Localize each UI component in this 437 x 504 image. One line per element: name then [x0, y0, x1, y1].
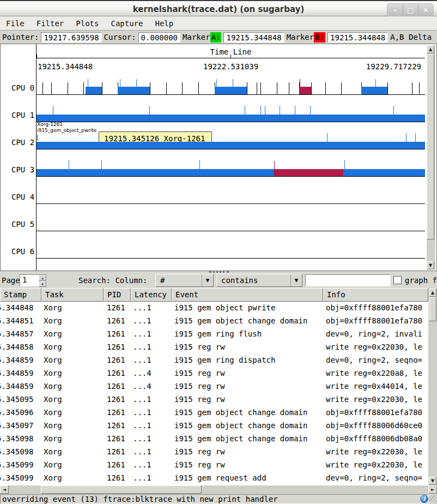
- table-row[interactable]: 5.344858Xorg1261...1i915_reg_rwwrite reg…: [0, 341, 428, 354]
- event-tick: [150, 82, 150, 94]
- cell-event: i915_reg_rw: [174, 343, 225, 351]
- table-row[interactable]: 5.345098Xorg1261...1i915_reg_rwwrite reg…: [0, 446, 428, 459]
- cell-event: i915_reg_rw: [174, 447, 225, 456]
- menu-item-plots[interactable]: Plots: [70, 17, 105, 29]
- column-header-stamp[interactable]: Stamp: [0, 288, 41, 302]
- maximize-button[interactable]: □: [403, 4, 418, 16]
- cell-pid: 1261: [107, 447, 125, 456]
- scroll-down-button[interactable]: ▼: [427, 261, 434, 269]
- table-row[interactable]: 5.344859Xorg1261...1i915_gem_ring_dispat…: [0, 354, 428, 367]
- column-header-task[interactable]: Task: [41, 288, 104, 302]
- cell-task: Xorg: [44, 303, 62, 312]
- cell-info: write reg=0x22030, le: [326, 447, 422, 456]
- column-header-pid[interactable]: PID: [104, 288, 131, 302]
- kernelshark-window: kernelshark(trace.dat) (on sugarbay) – □…: [0, 0, 437, 504]
- table-row[interactable]: 5.344859Xorg1261...4i915_reg_rwwrite reg…: [0, 380, 428, 393]
- event-tick-red: [274, 161, 275, 176]
- cell-info: write reg=0x22030, le: [326, 343, 422, 351]
- cell-pid: 1261: [107, 421, 125, 430]
- table-row[interactable]: 5.345099Xorg1261...1i915 gem request add…: [0, 472, 428, 485]
- spin-up-icon: ▲: [41, 276, 44, 280]
- table-row[interactable]: 5.345097Xorg1261...1i915_gem_object_chan…: [0, 419, 428, 433]
- column-header-event[interactable]: Event: [172, 288, 323, 302]
- cell-pid: 1261: [107, 329, 125, 338]
- event-tick-blue: [260, 106, 261, 115]
- spin-up-button[interactable]: ▲: [39, 275, 46, 281]
- scroll-down-button[interactable]: ▼: [429, 477, 436, 485]
- graph-vscroll-thumb[interactable]: [427, 54, 434, 239]
- cell-stamp: 5.344859: [0, 382, 33, 391]
- cell-info: obj=0xffff88001efa780: [326, 408, 422, 417]
- resize-grip-icon[interactable]: [429, 495, 437, 503]
- graph-vscrollbar[interactable]: ▲ ▼: [427, 45, 435, 269]
- axis-tick-center: [230, 55, 231, 58]
- cell-stamp: 5.345096: [0, 408, 33, 417]
- hscrollbar[interactable]: ◄ ►: [0, 485, 437, 494]
- column-header-latency[interactable]: Latency: [131, 288, 172, 302]
- axis-label-right: 19229.717229: [366, 62, 421, 71]
- graph-follows-checkbox[interactable]: [393, 276, 402, 284]
- cell-pid: 1261: [107, 382, 125, 391]
- scroll-up-button[interactable]: ▲: [427, 45, 434, 53]
- cpu-label-5: CPU 5: [11, 220, 37, 229]
- table-row[interactable]: 5.344857Xorg1261...1i915_gem_ring_flushd…: [0, 328, 428, 341]
- cell-event: i915_reg_rw: [174, 369, 225, 377]
- cell-task: Xorg: [44, 447, 62, 456]
- cell-stamp: 5.344851: [0, 316, 33, 325]
- cell-latency: ...1: [133, 421, 151, 430]
- table-row[interactable]: 5.345098Xorg1261...1i915_gem_object_chan…: [0, 433, 428, 446]
- cpu-0-task-bar: [299, 87, 311, 94]
- event-tick-blue: [69, 160, 69, 169]
- cell-latency: ...1: [133, 408, 151, 417]
- menu-item-help[interactable]: Help: [149, 17, 179, 29]
- table-row[interactable]: 5.345099Xorg1261...1i915_reg_rwwrite reg…: [0, 459, 428, 472]
- graph-panel[interactable]: Time Line 19215.344848 19222.531039 1922…: [0, 44, 437, 271]
- axis-label-left: 19215.344848: [38, 62, 93, 71]
- page-spinbox[interactable]: 1 ▲ ▼: [20, 274, 47, 286]
- spin-down-button[interactable]: ▼: [39, 281, 46, 287]
- event-tick: [198, 82, 199, 94]
- menu-item-capture[interactable]: Capture: [105, 17, 149, 29]
- table-row[interactable]: 5.345095Xorg1261...1i915_reg_rwwrite reg…: [0, 393, 428, 406]
- event-tick: [341, 82, 342, 94]
- event-tick-blue: [101, 160, 102, 169]
- cell-task: Xorg: [44, 343, 62, 351]
- cpu-3-task-bar: [274, 169, 344, 176]
- search-toolbar: Page 1 ▲ ▼ Search: Column: # ▼ contains …: [0, 273, 437, 288]
- search-input[interactable]: [305, 274, 391, 286]
- cell-event: i915_reg_rw: [174, 382, 225, 391]
- menu-item-file[interactable]: File: [0, 17, 31, 29]
- event-tick-blue: [280, 106, 280, 115]
- window-controls: – □ ✕: [387, 3, 434, 16]
- scroll-right-button[interactable]: ►: [428, 485, 437, 494]
- column-header-info[interactable]: Info: [323, 288, 428, 302]
- match-select[interactable]: contains ▼: [216, 274, 302, 287]
- cell-latency: ...1: [133, 447, 151, 456]
- event-tick: [419, 82, 420, 94]
- table-row[interactable]: 5.344851Xorg1261...1i915_gem_object_chan…: [0, 315, 428, 328]
- cell-event: i915_gem_object_change_domain: [174, 421, 307, 430]
- scroll-left-button[interactable]: ◄: [0, 485, 9, 494]
- table-row[interactable]: 5.344859Xorg1261...4i915_reg_rwwrite reg…: [0, 367, 428, 380]
- close-button[interactable]: ✕: [418, 4, 433, 16]
- info-icon[interactable]: i: [420, 495, 428, 503]
- cell-info: write reg=0x44014, le: [326, 382, 422, 391]
- hscroll-thumb[interactable]: [41, 485, 202, 494]
- table-row[interactable]: 5.344848Xorg1261...1i915_gem_object_pwri…: [0, 302, 428, 315]
- marker-b-value: 19215.344848: [327, 32, 388, 43]
- title-bar[interactable]: kernelshark(trace.dat) (on sugarbay) – □…: [0, 0, 437, 16]
- list-vscrollbar[interactable]: ▲ ▼: [428, 288, 437, 485]
- column-select[interactable]: # ▼: [155, 274, 214, 287]
- list-vscroll-thumb[interactable]: [429, 297, 436, 321]
- table-row[interactable]: 5.345096Xorg1261...1i915_gem_object_chan…: [0, 406, 428, 419]
- minimize-button[interactable]: –: [387, 4, 403, 16]
- menu-item-filter[interactable]: Filter: [31, 17, 70, 29]
- scroll-up-button[interactable]: ▲: [429, 289, 436, 297]
- cell-pid: 1261: [107, 303, 125, 312]
- event-tick: [247, 82, 247, 94]
- match-select-value: contains: [221, 276, 258, 285]
- cell-info: dev=0, ring=2, seqno=: [326, 473, 422, 482]
- cell-info: write reg=0x220a8, le: [326, 369, 422, 377]
- cell-latency: ...1: [133, 303, 151, 312]
- cell-pid: 1261: [107, 316, 125, 325]
